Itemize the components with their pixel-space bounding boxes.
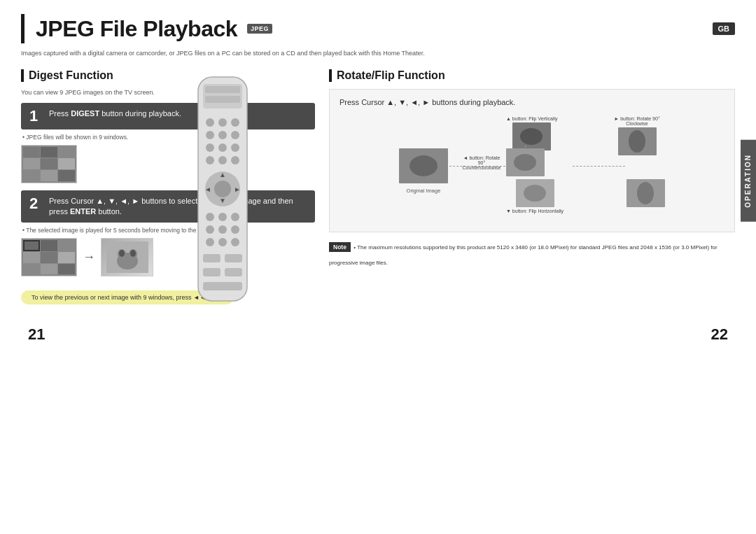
digest-title: Digest Function	[29, 69, 113, 82]
rotate-cw-image	[618, 127, 657, 155]
rotate-heading: Rotate/Flip Function	[329, 69, 735, 82]
grid-cell	[58, 158, 75, 169]
svg-rect-9	[205, 96, 240, 103]
digest-subtitle: You can view 9 JPEG images on the TV scr…	[21, 89, 315, 96]
page-container: JPEG File Playback JPEG GB Images captur…	[0, 0, 756, 534]
gb-badge: GB	[713, 22, 736, 35]
dashed-line-h-right	[573, 166, 625, 167]
step1-bold: DIGEST	[71, 109, 99, 118]
grid-cell	[41, 264, 57, 275]
svg-point-10	[206, 118, 214, 127]
remote-svg: ▲ ▼ ◄ ►	[188, 73, 258, 304]
grid-cell	[41, 147, 57, 158]
svg-rect-40	[225, 268, 242, 276]
svg-point-16	[206, 143, 214, 152]
step1-text: Press DIGEST button during playback.	[49, 108, 181, 119]
remote-container: ▲ ▼ ◄ ►	[188, 73, 258, 307]
section-bar-2	[329, 69, 332, 82]
svg-rect-38	[225, 254, 242, 262]
svg-point-19	[206, 156, 214, 164]
jpeg-badge: JPEG	[247, 24, 272, 34]
bottom-label: ▼ button: Flip Horizontally	[506, 209, 564, 213]
cat-image-placeholder	[106, 241, 148, 273]
step2-note: The selected image is played for 5 secon…	[21, 227, 315, 234]
section-bar	[21, 69, 24, 82]
grid-cell	[23, 252, 40, 263]
top-label: ▲ button: Flip Vertically	[506, 116, 557, 121]
svg-point-31	[206, 225, 214, 234]
svg-point-15	[231, 131, 239, 139]
step2-box: 2 Press Cursor ▲, ▼, ◄, ► buttons to sel…	[21, 190, 315, 223]
grid-cell	[58, 240, 75, 251]
grid-cell	[41, 158, 57, 169]
rotate-cw-box: ► button: Rotate 90° Clockwise	[609, 116, 665, 155]
svg-point-28	[206, 213, 214, 221]
original-image-box: Original Image	[399, 148, 448, 194]
center-image-box	[506, 148, 545, 179]
grid-cell	[58, 147, 75, 158]
svg-point-14	[218, 131, 227, 139]
svg-rect-41	[203, 282, 242, 290]
page-number-left: 21	[28, 325, 45, 344]
main-content: Digest Function You can view 9 JPEG imag…	[21, 69, 735, 305]
svg-point-17	[218, 143, 227, 152]
digest-heading: Digest Function	[21, 69, 315, 82]
rotate-instruction-text: Press Cursor ▲, ▼, ◄, ► buttons during p…	[340, 98, 515, 106]
grid-cell	[41, 252, 57, 263]
grid-cell	[41, 240, 57, 251]
svg-rect-39	[203, 268, 220, 276]
step2-images: →	[21, 238, 315, 276]
svg-point-12	[231, 118, 239, 127]
rotate-diagram: Original Image ▲ button: Flip Vertically	[399, 115, 665, 223]
svg-rect-37	[203, 254, 220, 262]
flip-bottom-image	[516, 179, 554, 207]
svg-point-32	[218, 225, 227, 234]
grid-cell	[23, 170, 40, 181]
grid-cell	[23, 158, 40, 169]
svg-point-30	[231, 213, 239, 221]
svg-point-53	[629, 130, 645, 153]
arrow-icon: →	[83, 250, 95, 265]
svg-point-36	[231, 238, 239, 246]
center-image	[506, 148, 545, 176]
svg-point-20	[218, 156, 227, 164]
right-top-label: ► button: Rotate 90° Clockwise	[609, 116, 665, 126]
rotate-ccw-box	[626, 179, 665, 210]
original-label: Original Image	[399, 188, 448, 194]
step2-single-thumb	[101, 238, 153, 276]
svg-text:▲: ▲	[219, 171, 226, 178]
operation-label: OPERATION	[741, 140, 756, 222]
svg-point-13	[206, 131, 214, 139]
digest-section: Digest Function You can view 9 JPEG imag…	[21, 69, 315, 305]
rotate-ccw-image	[626, 179, 665, 207]
svg-point-48	[514, 154, 536, 171]
grid-cell	[23, 147, 40, 158]
header-title: JPEG File Playback JPEG	[21, 14, 272, 43]
step2-text: Press Cursor ▲, ▼, ◄, ► buttons to selec…	[49, 196, 307, 218]
title-bar	[21, 14, 24, 43]
step1-number: 1	[29, 108, 42, 124]
step1-box: 1 Press DIGEST button during playback.	[21, 103, 315, 129]
step1-grid-thumb	[21, 145, 77, 183]
svg-point-43	[410, 155, 438, 176]
left-arrow-label: ◄ button: Rotate 90° Counterclockwise	[461, 155, 503, 170]
grid-cell	[58, 252, 75, 263]
svg-point-4	[119, 250, 125, 257]
svg-point-18	[231, 143, 239, 152]
note-label: Note	[329, 242, 351, 252]
svg-point-51	[524, 185, 546, 202]
svg-point-23	[214, 181, 231, 197]
grid-cell	[23, 264, 40, 275]
page-number-right: 22	[711, 325, 728, 344]
rotate-title: Rotate/Flip Function	[337, 69, 445, 82]
svg-text:►: ►	[234, 185, 241, 193]
svg-point-46	[520, 128, 542, 145]
rotate-box: Press Cursor ▲, ▼, ◄, ► buttons during p…	[329, 89, 735, 232]
page-title: JPEG File Playback	[36, 16, 237, 42]
grid-cell	[58, 264, 75, 275]
svg-text:◄: ◄	[204, 185, 211, 193]
note-text: • The maximum resolutions supported by t…	[329, 244, 718, 266]
svg-point-34	[206, 238, 214, 246]
page-numbers: 21 22	[21, 325, 735, 344]
svg-point-11	[218, 118, 227, 127]
